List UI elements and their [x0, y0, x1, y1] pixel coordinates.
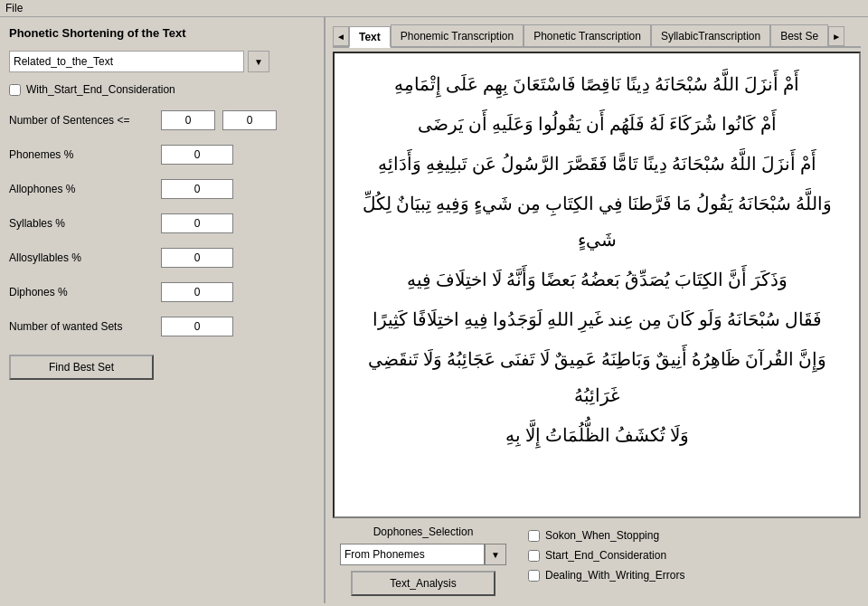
- start-end-consideration-checkbox[interactable]: [528, 550, 540, 562]
- bottom-controls: Dophones_Selection From Phonemes From Al…: [333, 518, 861, 596]
- wanted-sets-label: Number of wanted Sets: [9, 320, 154, 333]
- dropdown-row: Related_to_the_Text Unrelated_to_the_Tex…: [9, 51, 315, 72]
- syllables-row: Syllables %: [9, 213, 315, 233]
- allophones-row: Allophones %: [9, 179, 315, 199]
- dophones-label: Dophones_Selection: [373, 526, 474, 538]
- dophones-arrow-icon[interactable]: ▼: [485, 544, 506, 565]
- tab-text[interactable]: Text: [349, 26, 391, 48]
- sentences-row: Number of Sentences <=: [9, 110, 315, 130]
- start-end-label: With_Start_End_Consideration: [26, 83, 175, 96]
- sokon-row: Sokon_When_Stopping: [528, 529, 685, 542]
- start-end-checkbox-row: With_Start_End_Consideration: [9, 83, 315, 96]
- related-dropdown[interactable]: Related_to_the_Text Unrelated_to_the_Tex…: [9, 51, 244, 72]
- writing-errors-row: Dealing_With_Writing_Errors: [528, 569, 685, 582]
- phonemes-input[interactable]: [161, 145, 233, 165]
- dropdown-arrow-icon[interactable]: ▼: [248, 51, 269, 72]
- writing-errors-label: Dealing_With_Writing_Errors: [545, 569, 685, 582]
- diphones-label: Diphones %: [9, 286, 154, 298]
- dophones-dropdown[interactable]: From Phonemes From Allophones From Sylla…: [340, 544, 485, 565]
- arabic-line: وَاللَّهُ سُبْحَانَهُ يَقُولُ مَا فَرَّط…: [353, 185, 841, 258]
- phonemes-label: Phonemes %: [9, 148, 154, 161]
- syllables-input[interactable]: [161, 213, 233, 233]
- allosyllables-label: Allosyllables %: [9, 251, 154, 264]
- tab-phonetic[interactable]: Phonetic Transcription: [524, 24, 651, 46]
- allosyllables-input[interactable]: [161, 248, 233, 268]
- arabic-line: وَإِنَّ القُرآنَ ظَاهِرُهُ أَنِيقٌ وَبَا…: [353, 341, 841, 413]
- menu-bar: File: [0, 0, 868, 17]
- find-best-button[interactable]: Find Best Set: [9, 355, 154, 380]
- sentences-input[interactable]: [161, 110, 215, 130]
- dophones-dropdown-row: From Phonemes From Allophones From Sylla…: [340, 544, 506, 565]
- phonemes-row: Phonemes %: [9, 145, 315, 165]
- allophones-label: Allophones %: [9, 183, 154, 195]
- tab-best[interactable]: Best Se: [770, 24, 828, 46]
- arabic-line: وَلَا تُكشَفُ الظُّلُمَاتُ إِلَّا بِهِ: [353, 417, 841, 453]
- text-display-area[interactable]: أَمْ أَنزَلَ اللَّهُ سُبْحَانَهُ دِينًا …: [333, 52, 861, 518]
- diphones-input[interactable]: [161, 282, 233, 302]
- wanted-sets-input[interactable]: [161, 317, 233, 336]
- tab-prev-button[interactable]: ◄: [333, 26, 349, 46]
- writing-errors-checkbox[interactable]: [528, 570, 540, 582]
- arabic-line: وَذَكَرَ أَنَّ الكِتَابَ يُصَدِّقُ بَعضُ…: [353, 261, 841, 298]
- dophones-section: Dophones_Selection From Phonemes From Al…: [333, 526, 514, 596]
- tab-bar: ◄ Text Phonemic Transcription Phonetic T…: [333, 24, 861, 48]
- sokon-checkbox[interactable]: [528, 530, 540, 542]
- arabic-line: فَقَال سُبْحَانَهُ وَلَو كَانَ مِن عِند …: [353, 301, 841, 337]
- tab-next-button[interactable]: ►: [828, 26, 844, 46]
- allophones-input[interactable]: [161, 179, 233, 199]
- diphones-row: Diphones %: [9, 282, 315, 302]
- panel-title: Phonetic Shortening of the Text: [9, 26, 315, 40]
- arabic-line: أَمْ كَانُوا شُرَكَاءَ لَهُ فَلَهُم أَن …: [353, 106, 841, 142]
- checkboxes-section: Sokon_When_Stopping Start_End_Considerat…: [528, 526, 685, 582]
- wanted-sets-row: Number of wanted Sets: [9, 317, 315, 336]
- arabic-line: أَمْ أَنزَلَ اللَّهُ سُبْحَانَهُ دِينًا …: [353, 66, 841, 102]
- sentences-input2[interactable]: [222, 110, 277, 130]
- syllables-label: Syllables %: [9, 217, 154, 230]
- start-end-consideration-row: Start_End_Consideration: [528, 549, 685, 562]
- right-panel: ◄ Text Phonemic Transcription Phonetic T…: [326, 17, 868, 603]
- sokon-label: Sokon_When_Stopping: [545, 529, 659, 542]
- start-end-checkbox[interactable]: [9, 84, 21, 96]
- left-panel: Phonetic Shortening of the Text Related_…: [0, 17, 326, 603]
- main-container: Phonetic Shortening of the Text Related_…: [0, 17, 868, 603]
- arabic-line: أَمْ أَنزَلَ اللَّهُ سُبْحَانَهُ دِينًا …: [353, 146, 841, 182]
- file-menu[interactable]: File: [5, 2, 23, 14]
- tab-syllabic[interactable]: SyllabicTranscription: [651, 24, 770, 46]
- allosyllables-row: Allosyllables %: [9, 248, 315, 268]
- sentences-label: Number of Sentences <=: [9, 114, 154, 127]
- start-end-consideration-label: Start_End_Consideration: [545, 549, 666, 562]
- text-analysis-button[interactable]: Text_Analysis: [351, 571, 495, 596]
- tab-phonemic[interactable]: Phonemic Transcription: [391, 24, 524, 46]
